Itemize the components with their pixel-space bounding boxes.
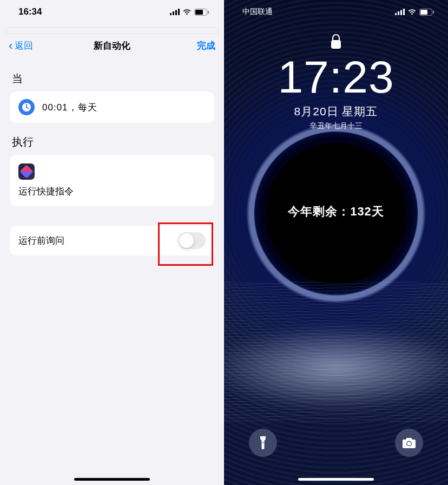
lock-icon [330, 34, 342, 51]
do-section-label: 执行 [12, 135, 214, 149]
svg-rect-16 [262, 442, 263, 443]
chevron-left-icon: ‹ [9, 40, 12, 52]
svg-rect-3 [178, 9, 180, 15]
svg-rect-1 [173, 11, 174, 15]
flashlight-button[interactable] [249, 429, 277, 457]
shortcuts-app-icon [18, 163, 35, 180]
back-button[interactable]: ‹ 返回 [9, 40, 33, 52]
status-bar: 16:34 [0, 0, 224, 24]
svg-rect-9 [398, 11, 399, 15]
wifi-icon [407, 9, 417, 15]
ask-before-run-row: 运行前询问 [10, 226, 214, 255]
svg-rect-6 [208, 11, 209, 14]
do-value: 运行快捷指令 [18, 185, 74, 198]
svg-rect-8 [395, 13, 397, 15]
svg-rect-14 [433, 11, 434, 14]
camera-icon [402, 437, 416, 449]
svg-rect-0 [170, 13, 172, 15]
shortcuts-automation-screen: 16:34 ‹ 返回 新自动化 完成 当 00:01，每天 [0, 0, 224, 485]
year-remaining-widget: 今年剩余：132天 [288, 204, 384, 220]
svg-rect-5 [195, 10, 203, 15]
home-indicator[interactable] [298, 478, 374, 481]
battery-icon [194, 9, 209, 16]
clock-icon [18, 99, 35, 115]
status-time: 16:34 [18, 6, 42, 17]
svg-rect-13 [420, 10, 427, 15]
do-action-row[interactable]: 运行快捷指令 [10, 155, 214, 206]
done-button[interactable]: 完成 [197, 40, 215, 52]
battery-icon [419, 9, 434, 16]
when-value: 00:01，每天 [42, 101, 97, 114]
lock-date: 8月20日 星期五 [224, 104, 448, 119]
ask-before-run-switch[interactable] [178, 232, 206, 249]
carrier-label: 中国联通 [242, 7, 273, 17]
camera-button[interactable] [395, 429, 423, 457]
lock-time: 17:23 [224, 54, 448, 100]
lock-screen: 中国联通 17:23 8月20日 星期五 辛丑年七月十三 今年剩余：132天 [224, 0, 448, 485]
svg-rect-2 [175, 10, 177, 16]
svg-point-18 [407, 442, 411, 445]
flashlight-icon [259, 436, 267, 450]
wifi-icon [182, 9, 192, 15]
wallpaper-mist [224, 325, 448, 411]
status-bar: 中国联通 [224, 0, 448, 24]
svg-rect-10 [400, 10, 402, 16]
status-icons [170, 9, 209, 16]
lock-lunar-date: 辛丑年七月十三 [224, 121, 448, 131]
home-indicator[interactable] [74, 478, 150, 481]
nav-title: 新自动化 [94, 40, 130, 52]
cellular-icon [395, 9, 405, 15]
svg-rect-11 [403, 9, 405, 15]
nav-bar: ‹ 返回 新自动化 完成 [1, 34, 223, 57]
toggle-label: 运行前询问 [18, 234, 64, 247]
back-label: 返回 [15, 40, 33, 52]
svg-rect-15 [331, 40, 341, 49]
switch-knob [179, 233, 194, 248]
cellular-icon [170, 9, 180, 15]
when-section-label: 当 [12, 71, 214, 86]
sheet-behind [4, 27, 220, 34]
status-icons [395, 9, 434, 16]
when-trigger-row[interactable]: 00:01，每天 [10, 91, 214, 123]
